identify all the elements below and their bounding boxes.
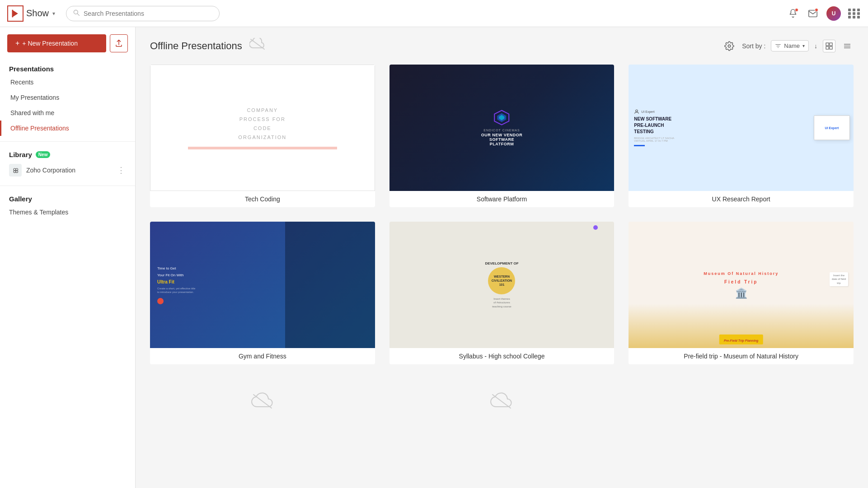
presentation-card-software-platform[interactable]: ENDICOT CINEMAS OUR NEW VENDOR SOFTWARE … bbox=[389, 65, 615, 207]
upload-button[interactable] bbox=[110, 34, 128, 52]
sidebar-divider-1 bbox=[0, 141, 135, 142]
sidebar-action-row: + + New Presentation bbox=[0, 34, 135, 61]
presentations-section-title: Presentations bbox=[0, 61, 135, 74]
svg-point-7 bbox=[14, 171, 16, 173]
cloud-offline-icon bbox=[249, 38, 266, 54]
presentations-grid: COMPANYPROCESS FORCODEORGANIZATION Tech … bbox=[150, 65, 854, 424]
card-label-syllabus: Syllabus - High school College bbox=[389, 348, 615, 364]
settings-button[interactable] bbox=[722, 39, 737, 53]
cloud-placeholder-icon-1 bbox=[251, 392, 274, 410]
app-title: Show bbox=[26, 8, 49, 19]
svg-point-2 bbox=[74, 10, 78, 14]
thumb-museum: Museum Of Natural HistoryField Trip 🏛️ I… bbox=[629, 222, 854, 348]
presentation-placeholder-1 bbox=[150, 379, 375, 424]
card-label-ux-research: UX Research Report bbox=[629, 191, 854, 207]
thumb-syllabus: DEVELOPMENT OF WESTERNCIVILIZATION101 In… bbox=[389, 222, 615, 348]
library-item-left: Zoho Corporation bbox=[9, 164, 75, 177]
sidebar-item-zoho[interactable]: Zoho Corporation ⋮ bbox=[0, 160, 135, 180]
thumb-gym-fitness: Time to Get Your Fit On With Ultra Fit C… bbox=[150, 222, 375, 348]
sort-label: Sort by : bbox=[742, 42, 765, 50]
logo-chevron-icon: ▾ bbox=[52, 10, 55, 17]
presentation-card-ux-research[interactable]: UI Expert NEW SOFTWAREPRE-LAUNCHTESTING … bbox=[629, 65, 854, 207]
grid-view-button[interactable] bbox=[823, 40, 835, 52]
content-header: Offline Presentations Sort by : bbox=[150, 38, 854, 54]
logo-icon bbox=[7, 5, 23, 22]
presentation-card-gym-fitness[interactable]: Time to Get Your Fit On With Ultra Fit C… bbox=[150, 222, 375, 364]
card-label-gym-fitness: Gym and Fitness bbox=[150, 348, 375, 364]
presentation-placeholder-3 bbox=[629, 379, 854, 424]
sidebar-divider-2 bbox=[0, 186, 135, 186]
svg-rect-1 bbox=[12, 9, 14, 17]
presentation-placeholder-2 bbox=[389, 379, 615, 424]
card-label-software-platform: Software Platform bbox=[389, 191, 615, 207]
svg-line-22 bbox=[253, 395, 272, 408]
toolbar-right: Sort by : Name ▾ ↓ bbox=[722, 39, 854, 53]
svg-line-3 bbox=[77, 14, 79, 15]
zoho-icon bbox=[9, 164, 22, 177]
sort-option-label: Name bbox=[784, 42, 800, 49]
sort-dropdown[interactable]: Name ▾ bbox=[771, 40, 809, 51]
search-input[interactable] bbox=[84, 10, 213, 17]
svg-rect-11 bbox=[826, 43, 829, 46]
new-presentation-button[interactable]: + + New Presentation bbox=[7, 34, 106, 52]
message-badge bbox=[815, 8, 818, 12]
presentation-card-museum[interactable]: Museum Of Natural HistoryField Trip 🏛️ I… bbox=[629, 222, 854, 364]
card-label-museum: Pre-field trip - Museum of Natural Histo… bbox=[629, 348, 854, 364]
user-avatar[interactable]: U bbox=[826, 6, 841, 21]
offline-title-row: Offline Presentations bbox=[150, 38, 266, 54]
sidebar-item-recents[interactable]: Recents bbox=[0, 74, 135, 90]
gallery-title: Gallery bbox=[0, 191, 135, 204]
main-content: Offline Presentations Sort by : bbox=[136, 27, 868, 488]
sidebar-item-offline[interactable]: Offline Presentations bbox=[0, 121, 135, 136]
library-item-menu-icon[interactable]: ⋮ bbox=[114, 164, 128, 176]
library-title: Library bbox=[9, 151, 32, 158]
new-presentation-label: + New Presentation bbox=[22, 40, 78, 47]
card-label-tech-coding: Tech Coding bbox=[150, 191, 375, 207]
svg-point-5 bbox=[14, 168, 16, 171]
logo-area[interactable]: Show ▾ bbox=[7, 5, 55, 22]
thumb-tech-coding: COMPANYPROCESS FORCODEORGANIZATION bbox=[150, 65, 375, 191]
svg-point-6 bbox=[16, 168, 18, 171]
topnav-right: U bbox=[787, 6, 861, 21]
presentation-card-syllabus[interactable]: DEVELOPMENT OF WESTERNCIVILIZATION101 In… bbox=[389, 222, 615, 364]
svg-point-21 bbox=[636, 110, 638, 112]
search-icon bbox=[73, 9, 80, 18]
page-title: Offline Presentations bbox=[150, 40, 242, 52]
notifications-icon[interactable] bbox=[787, 7, 799, 20]
svg-rect-14 bbox=[830, 46, 832, 49]
cloud-placeholder-icon-2 bbox=[490, 392, 513, 410]
library-item-label: Zoho Corporation bbox=[26, 167, 75, 174]
new-badge: New bbox=[36, 151, 51, 158]
apps-grid-icon[interactable] bbox=[848, 9, 861, 19]
sidebar-item-themes[interactable]: Themes & Templates bbox=[0, 204, 135, 220]
list-view-button[interactable] bbox=[841, 40, 854, 52]
sidebar-item-shared[interactable]: Shared with me bbox=[0, 105, 135, 121]
svg-marker-0 bbox=[13, 10, 18, 17]
presentation-card-tech-coding[interactable]: COMPANYPROCESS FORCODEORGANIZATION Tech … bbox=[150, 65, 375, 207]
svg-line-23 bbox=[493, 395, 511, 408]
thumb-ux-research: UI Expert NEW SOFTWAREPRE-LAUNCHTESTING … bbox=[629, 65, 854, 191]
sidebar: + + New Presentation Presentations Recen… bbox=[0, 27, 136, 488]
messages-icon[interactable] bbox=[807, 7, 819, 20]
svg-point-10 bbox=[728, 45, 731, 47]
sort-chevron-icon: ▾ bbox=[802, 43, 805, 48]
svg-rect-13 bbox=[826, 46, 829, 49]
thumb-software-platform: ENDICOT CINEMAS OUR NEW VENDOR SOFTWARE … bbox=[389, 65, 615, 191]
notification-badge bbox=[795, 8, 798, 12]
main-layout: + + New Presentation Presentations Recen… bbox=[0, 27, 868, 488]
sidebar-item-my-presentations[interactable]: My Presentations bbox=[0, 90, 135, 105]
svg-rect-12 bbox=[830, 43, 832, 46]
sort-direction-icon[interactable]: ↓ bbox=[814, 42, 817, 50]
library-header: Library New bbox=[0, 147, 135, 160]
search-bar[interactable] bbox=[66, 6, 220, 21]
svg-point-8 bbox=[16, 171, 18, 173]
top-navigation: Show ▾ U bbox=[0, 0, 868, 27]
plus-icon: + bbox=[15, 39, 19, 47]
